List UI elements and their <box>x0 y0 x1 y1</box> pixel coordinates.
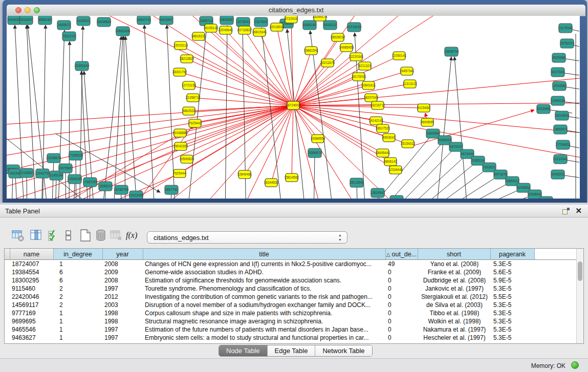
network-node[interactable]: 8505182 <box>38 16 52 25</box>
network-graph[interactable]: 1872400799050523915407850518224055727811… <box>7 16 580 199</box>
network-node[interactable]: 15384576 <box>308 148 322 158</box>
network-node[interactable]: 18207041 <box>364 94 379 102</box>
select-all-icon[interactable] <box>47 229 62 244</box>
network-node[interactable]: 22018934 <box>270 23 285 31</box>
network-edge[interactable] <box>211 28 293 105</box>
cell-title[interactable]: Estimation of the future numbers of pati… <box>143 325 385 334</box>
cell-out_degree[interactable]: 0 <box>385 309 418 317</box>
network-node[interactable]: 9857791 <box>165 185 178 194</box>
cell-out_degree[interactable]: 0 <box>385 301 418 309</box>
network-node[interactable]: 12505185 <box>68 174 82 184</box>
network-node[interactable]: 18212822 <box>180 55 194 63</box>
network-node[interactable]: 9806141 <box>384 158 397 166</box>
network-node[interactable]: 7811213 <box>62 32 76 41</box>
network-edge[interactable] <box>225 26 227 199</box>
cell-name[interactable]: 22420046 <box>10 293 53 301</box>
tab-edge-table[interactable]: Edge Table <box>268 345 316 356</box>
tab-network-table[interactable]: Network Table <box>315 345 372 356</box>
network-node[interactable]: 6466160 <box>303 20 316 30</box>
network-node[interactable]: 16815341 <box>252 28 267 36</box>
cell-title[interactable]: Genome-wide association studies in ADHD. <box>143 268 385 276</box>
network-edge[interactable] <box>310 31 334 199</box>
cell-in_degree[interactable]: 1 <box>53 334 102 342</box>
network-edge[interactable] <box>7 105 293 160</box>
network-node[interactable]: 9529966 <box>552 53 565 62</box>
network-node[interactable]: 15751074 <box>560 39 575 48</box>
cell-name[interactable]: 9463627 <box>10 334 53 342</box>
network-node[interactable]: 12334441 <box>388 166 403 174</box>
network-node[interactable]: 18526032 <box>331 33 345 41</box>
cell-out_degree[interactable]: 0 <box>385 276 418 285</box>
cell-year[interactable]: 2009 <box>102 268 143 276</box>
network-edge[interactable] <box>406 161 478 199</box>
cell-pagerank[interactable]: 5.3E-5 <box>490 309 534 317</box>
network-node[interactable]: 11050141 <box>392 52 407 60</box>
network-node[interactable]: 9227343 <box>551 68 564 77</box>
network-node[interactable]: 22045641 <box>219 26 233 34</box>
network-node[interactable]: 9862531 <box>182 107 195 115</box>
cell-short[interactable]: Nakamura et al. (1997) <box>418 325 490 334</box>
network-node[interactable]: 16155132 <box>204 24 219 32</box>
network-node[interactable]: 1640954 <box>426 129 440 138</box>
cell-in_degree[interactable]: 2 <box>53 293 102 301</box>
cell-pagerank[interactable]: 5.6E-5 <box>490 268 534 276</box>
cell-in_degree[interactable]: 2 <box>53 301 102 309</box>
cell-in_degree[interactable]: 1 <box>53 325 102 334</box>
network-node[interactable]: 16617521 <box>376 124 390 133</box>
network-node[interactable]: 7932621 <box>483 163 496 172</box>
network-node[interactable]: 21358712 <box>186 94 201 102</box>
network-node[interactable]: 14142141 <box>369 117 384 125</box>
network-node[interactable]: 7625442 <box>188 119 202 127</box>
column-header-pagerank[interactable]: pagerank <box>490 249 534 260</box>
network-node[interactable]: 10653287 <box>220 16 234 25</box>
cell-short[interactable]: Franke et al. (2009) <box>418 268 490 276</box>
network-node[interactable]: 18113541 <box>350 178 364 187</box>
network-node[interactable]: 12093582 <box>552 81 567 91</box>
network-node[interactable]: 12042757 <box>35 169 50 178</box>
network-node[interactable]: 15154312 <box>401 140 416 148</box>
network-node[interactable]: 11313121 <box>403 80 418 88</box>
network-node[interactable]: 8471676 <box>494 170 507 179</box>
cell-short[interactable]: Hescheler et al. (1997) <box>418 334 490 342</box>
network-node[interactable]: 12824541 <box>371 188 385 198</box>
network-node[interactable]: 12210341 <box>553 155 568 164</box>
cell-out_degree[interactable]: 0 <box>385 317 418 325</box>
cell-out_degree[interactable]: 0 <box>385 285 418 293</box>
function-builder-icon[interactable]: f(x) <box>126 231 141 246</box>
cell-short[interactable]: Tibbo et al. (1998) <box>418 309 490 317</box>
cell-name[interactable]: 19384554 <box>10 268 53 276</box>
cell-name[interactable]: 18300295 <box>10 276 53 285</box>
network-node[interactable]: 13892971 <box>553 125 568 134</box>
network-node[interactable]: 9415212 <box>323 20 337 30</box>
cell-in_degree[interactable]: 1 <box>53 260 102 269</box>
network-node[interactable]: 18816221 <box>191 32 206 40</box>
network-edge[interactable] <box>292 105 293 178</box>
network-edge[interactable] <box>187 105 293 159</box>
column-header-name[interactable]: name <box>10 249 53 260</box>
network-node[interactable]: 8903041 <box>382 134 396 142</box>
table-scrollbar[interactable] <box>576 249 583 343</box>
network-edge[interactable] <box>287 29 306 199</box>
column-header-title[interactable]: title <box>143 249 385 260</box>
network-node[interactable]: 12721153 <box>182 81 197 90</box>
network-node[interactable]: 6479197 <box>449 142 463 151</box>
network-edge[interactable] <box>191 105 293 199</box>
cell-short[interactable]: de Silva et al. (2003) <box>418 301 490 309</box>
cell-pagerank[interactable]: 5.3E-5 <box>490 285 534 293</box>
column-header-year[interactable]: year <box>102 249 143 260</box>
cell-in_degree[interactable]: 1 <box>53 309 102 317</box>
cell-in_degree[interactable]: 6 <box>53 276 102 285</box>
cell-year[interactable]: 2003 <box>102 301 143 309</box>
network-node[interactable]: 13958107 <box>98 182 113 191</box>
cell-out_degree[interactable]: 0 <box>385 334 418 342</box>
cell-pagerank[interactable]: 5.9E-5 <box>490 276 534 285</box>
column-header-short[interactable]: short <box>418 249 490 260</box>
table-row[interactable]: 1938455462009Genome-wide association stu… <box>5 268 578 276</box>
network-node[interactable]: 14985453 <box>339 43 354 52</box>
cell-name[interactable]: 9699695 <box>10 317 53 325</box>
cell-out_degree[interactable]: 0 <box>385 293 418 301</box>
network-node[interactable]: 12923468 <box>129 191 144 199</box>
network-node[interactable]: 9245201 <box>551 170 564 179</box>
cell-pagerank[interactable]: 5.3E-5 <box>490 260 534 269</box>
network-edge[interactable] <box>199 36 293 105</box>
